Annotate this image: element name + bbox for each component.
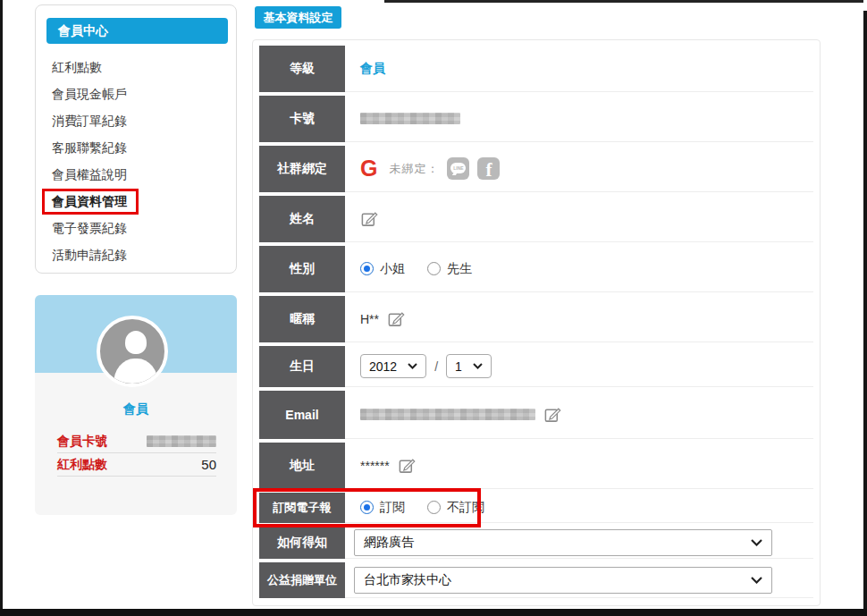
form-row-nickname: 暱稱 H** bbox=[259, 296, 813, 342]
radio-checked-icon bbox=[360, 501, 374, 514]
nickname-value: H** bbox=[360, 312, 379, 326]
masked-email-value bbox=[360, 409, 535, 420]
sidebar-item-cash-account[interactable]: 會員現金帳戶 bbox=[36, 80, 236, 107]
form-row-address: 地址 ****** bbox=[259, 443, 813, 489]
edit-icon[interactable] bbox=[543, 405, 562, 424]
birth-month-select[interactable]: 1 bbox=[446, 354, 492, 378]
form-row-gender: 性別 小姐 先生 bbox=[259, 246, 813, 292]
form-row-newsletter: 訂閱電子報 訂閱 不訂閱 bbox=[259, 493, 813, 523]
highlight-box: 會員資料管理 bbox=[42, 189, 139, 215]
chevron-down-icon bbox=[751, 577, 762, 584]
google-icon[interactable]: G bbox=[360, 157, 377, 180]
chevron-down-icon bbox=[473, 363, 483, 369]
edit-icon[interactable] bbox=[398, 456, 417, 475]
card-number-row: 會員卡號 bbox=[57, 430, 216, 453]
frame-right bbox=[863, 11, 867, 609]
frame-bottom bbox=[0, 609, 867, 616]
sidebar-item-bonus-points[interactable]: 紅利點數 bbox=[36, 54, 236, 80]
bonus-points-row: 紅利點數 50 bbox=[57, 453, 216, 477]
bonus-points-value: 50 bbox=[201, 457, 216, 472]
sidebar-item-profile-management[interactable]: 會員資料管理 bbox=[36, 188, 236, 215]
masked-card-number bbox=[147, 435, 216, 447]
edit-icon[interactable] bbox=[360, 209, 379, 228]
member-level-badge: 會員 bbox=[35, 401, 237, 418]
frame-left bbox=[0, 0, 3, 616]
form-row-name: 姓名 bbox=[259, 196, 813, 242]
sidebar: 會員中心 紅利點數 會員現金帳戶 消費訂單紀錄 客服聯繫紀錄 會員權益說明 會員… bbox=[35, 4, 237, 274]
profile-card-info: 會員卡號 紅利點數 50 bbox=[57, 430, 216, 477]
facebook-icon[interactable]: f bbox=[477, 157, 500, 180]
masked-card-number-value bbox=[360, 113, 460, 124]
donation-unit-select[interactable]: 台北市家扶中心 bbox=[354, 567, 772, 594]
form-row-how-known: 如何得知 網路廣告 bbox=[259, 527, 813, 559]
form-row-donation-unit: 公益捐贈單位 台北市家扶中心 bbox=[259, 562, 813, 598]
tab-basic-profile-settings[interactable]: 基本資料設定 bbox=[255, 6, 341, 29]
radio-checked-icon bbox=[360, 262, 374, 275]
unbound-text: 未綁定： bbox=[389, 161, 439, 177]
form-row-email: Email bbox=[259, 391, 813, 439]
sidebar-item-e-invoice[interactable]: 電子發票紀錄 bbox=[36, 215, 236, 241]
edit-icon[interactable] bbox=[387, 309, 406, 328]
sidebar-item-order-records[interactable]: 消費訂單紀錄 bbox=[36, 107, 236, 134]
profile-card: 會員 會員卡號 紅利點數 50 bbox=[35, 295, 237, 515]
radio-unchecked-icon bbox=[427, 262, 441, 275]
frame-top bbox=[384, 0, 863, 3]
chevron-down-icon bbox=[751, 539, 762, 546]
basic-profile-form: 等級 會員 卡號 社群綁定 G 未綁定： LINE f 姓名 bbox=[252, 39, 821, 606]
newsletter-option-subscribe[interactable]: 訂閱 bbox=[360, 500, 405, 516]
newsletter-option-unsubscribe[interactable]: 不訂閱 bbox=[427, 500, 484, 516]
address-masked-value: ****** bbox=[360, 459, 390, 473]
gender-option-mr[interactable]: 先生 bbox=[427, 261, 472, 277]
sidebar-item-event-application[interactable]: 活動申請紀錄 bbox=[36, 241, 236, 268]
sidebar-menu: 紅利點數 會員現金帳戶 消費訂單紀錄 客服聯繫紀錄 會員權益說明 會員資料管理 … bbox=[36, 54, 236, 268]
birth-year-select[interactable]: 2012 bbox=[360, 354, 426, 378]
sidebar-item-service-contact[interactable]: 客服聯繫紀錄 bbox=[36, 134, 236, 161]
sidebar-item-member-rights[interactable]: 會員權益說明 bbox=[36, 161, 236, 188]
sidebar-header-member-center[interactable]: 會員中心 bbox=[46, 18, 228, 44]
date-separator: / bbox=[434, 359, 438, 374]
form-row-social-binding: 社群綁定 G 未綁定： LINE f bbox=[259, 146, 813, 192]
line-icon[interactable]: LINE bbox=[447, 157, 469, 180]
form-row-birthday: 生日 2012 / 1 bbox=[259, 346, 813, 387]
chevron-down-icon bbox=[408, 363, 417, 369]
form-row-level: 等級 會員 bbox=[259, 46, 813, 92]
avatar-icon bbox=[97, 316, 168, 387]
member-center-page: 會員中心 紅利點數 會員現金帳戶 消費訂單紀錄 客服聯繫紀錄 會員權益說明 會員… bbox=[0, 0, 867, 616]
level-value: 會員 bbox=[360, 61, 385, 77]
how-known-select[interactable]: 網路廣告 bbox=[354, 529, 772, 556]
form-row-card-number: 卡號 bbox=[259, 96, 813, 142]
radio-unchecked-icon bbox=[427, 501, 441, 514]
gender-option-miss[interactable]: 小姐 bbox=[360, 261, 405, 277]
